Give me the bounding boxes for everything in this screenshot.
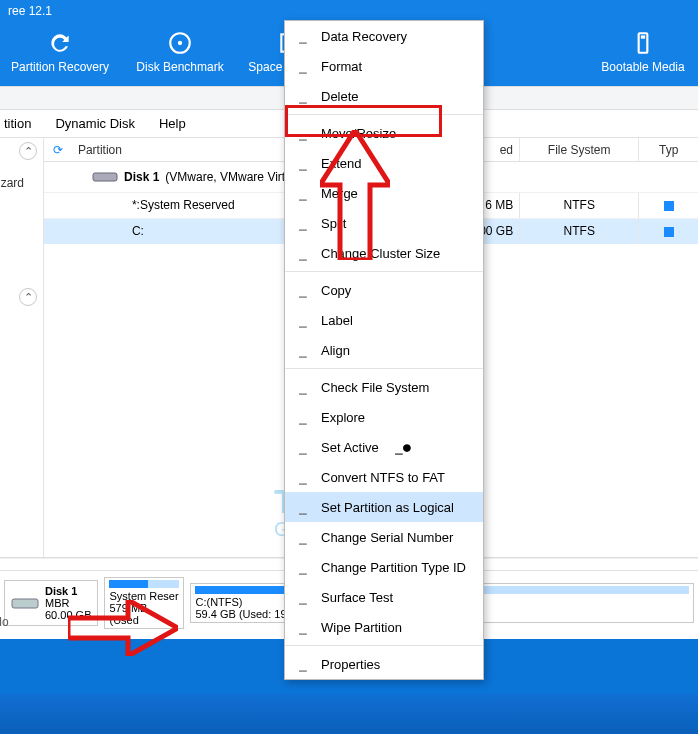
menu-item-icon: ⎯ <box>295 529 311 545</box>
menu-item-copy[interactable]: ⎯Copy <box>285 275 483 305</box>
menu-item-icon: ⎯ <box>295 379 311 395</box>
menu-item-icon: ⎯ <box>295 559 311 575</box>
menu-item-properties[interactable]: ⎯Properties <box>285 649 483 679</box>
toolbar-disk-benchmark[interactable]: Disk Benchmark <box>120 30 240 74</box>
menu-item-explore[interactable]: ⎯Explore <box>285 402 483 432</box>
partition-recovery-icon <box>47 30 73 56</box>
menu-item-icon: ⎯ <box>295 155 311 171</box>
menu-item-set-partition-as-logical[interactable]: ⎯Set Partition as Logical <box>285 492 483 522</box>
menu-item-icon: ⎯ <box>295 439 311 455</box>
svg-marker-13 <box>320 130 390 260</box>
hdd-icon <box>11 594 39 612</box>
menu-item-surface-test[interactable]: ⎯Surface Test <box>285 582 483 612</box>
svg-rect-7 <box>93 173 117 181</box>
menu-item-set-active[interactable]: ⎯Set Active ⎯⬤ <box>285 432 483 462</box>
menu-item-convert-ntfs-to-fat[interactable]: ⎯Convert NTFS to FAT <box>285 462 483 492</box>
menu-partition[interactable]: tition <box>4 116 31 131</box>
menu-item-change-serial-number[interactable]: ⎯Change Serial Number <box>285 522 483 552</box>
annotation-arrow-right <box>68 600 178 656</box>
menu-item-align[interactable]: ⎯Align <box>285 335 483 365</box>
refresh-button[interactable]: ⟳ <box>44 138 72 161</box>
toolbar-bootable-media[interactable]: Bootable Media <box>588 30 698 74</box>
menu-item-icon: ⎯ <box>295 58 311 74</box>
header-filesystem[interactable]: File System <box>519 138 638 161</box>
menu-item-icon: ⎯ <box>295 282 311 298</box>
menu-item-icon: ⎯ <box>295 185 311 201</box>
menu-item-icon: ⎯ <box>295 28 311 44</box>
app-title: ree 12.1 <box>8 4 52 18</box>
menu-item-icon: ⎯ <box>295 342 311 358</box>
svg-marker-14 <box>68 600 178 656</box>
menu-item-icon: ⎯ <box>295 88 311 104</box>
menu-item-change-partition-type-id[interactable]: ⎯Change Partition Type ID <box>285 552 483 582</box>
title-bar: ree 12.1 <box>0 0 698 22</box>
svg-point-1 <box>178 41 182 45</box>
hdd-icon <box>92 170 118 184</box>
menu-item-icon: ⎯ <box>295 469 311 485</box>
menu-item-data-recovery[interactable]: ⎯Data Recovery <box>285 21 483 51</box>
collapse-toggle-2[interactable]: ⌃ <box>19 288 37 306</box>
menu-item-format[interactable]: ⎯Format <box>285 51 483 81</box>
menu-item-icon: ⎯ <box>295 245 311 261</box>
disk-benchmark-icon <box>167 30 193 56</box>
menu-dynamic-disk[interactable]: Dynamic Disk <box>55 116 134 131</box>
windows-taskbar[interactable] <box>0 694 698 734</box>
undo-button[interactable]: Undo <box>0 615 9 629</box>
header-type[interactable]: Typ <box>638 138 698 161</box>
menu-item-label[interactable]: ⎯Label <box>285 305 483 335</box>
menu-item-check-file-system[interactable]: ⎯Check File System <box>285 372 483 402</box>
left-panel: ⌃ izard ⌃ <box>0 138 44 557</box>
menu-item-icon: ⎯ <box>295 215 311 231</box>
svg-rect-12 <box>12 599 38 608</box>
svg-rect-6 <box>641 35 645 38</box>
menu-item-icon: ⎯ <box>295 409 311 425</box>
toolbar-partition-recovery[interactable]: Partition Recovery <box>0 30 120 74</box>
menu-item-icon: ⎯ <box>295 312 311 328</box>
menu-item-icon: ⎯ <box>295 619 311 635</box>
annotation-arrow-up <box>320 130 390 260</box>
menu-help[interactable]: Help <box>159 116 186 131</box>
menu-item-icon: ⎯ <box>295 499 311 515</box>
menu-item-wipe-partition[interactable]: ⎯Wipe Partition <box>285 612 483 642</box>
bootable-media-icon <box>630 30 656 56</box>
menu-item-icon: ⎯ <box>295 656 311 672</box>
collapse-toggle-1[interactable]: ⌃ <box>19 142 37 160</box>
wizard-label: izard <box>0 176 24 190</box>
menu-item-icon: ⎯ <box>295 589 311 605</box>
